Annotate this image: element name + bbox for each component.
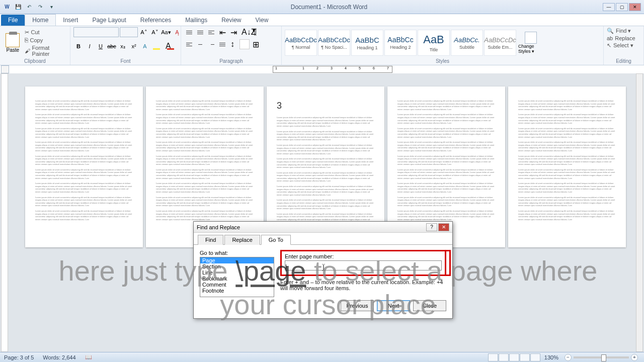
page-5[interactable]: Lorem ipsum dolor sit amet consectetur a… <box>508 86 626 247</box>
draft-view-btn[interactable] <box>530 353 540 361</box>
show-marks-btn[interactable]: ¶ <box>251 27 261 37</box>
shading-btn[interactable] <box>239 39 250 49</box>
find-btn[interactable]: 🔍Find ▾ <box>607 27 631 35</box>
align-left-btn[interactable] <box>184 39 194 49</box>
format-painter-button[interactable]: Format Painter <box>25 45 67 57</box>
borders-btn[interactable]: ⊞ <box>251 39 261 49</box>
brush-icon <box>25 48 30 54</box>
shrink-font-btn[interactable]: A˅ <box>150 27 160 37</box>
tab-page-layout[interactable]: Page Layout <box>85 15 133 26</box>
align-center-btn[interactable] <box>195 39 205 49</box>
style-heading1[interactable]: AaBbCHeading 1 <box>351 30 383 56</box>
bullets-btn[interactable] <box>184 27 194 37</box>
paste-icon <box>6 33 20 47</box>
style-title[interactable]: AaBTitle <box>418 30 450 56</box>
dialog-help-btn[interactable]: ? <box>426 223 437 231</box>
sort-btn[interactable]: A↓Z <box>239 27 250 37</box>
status-proofing-icon[interactable]: 📖 <box>85 354 92 360</box>
font-name-combo[interactable] <box>73 27 119 37</box>
outline-view-btn[interactable] <box>520 353 530 361</box>
tab-references[interactable]: References <box>133 15 178 26</box>
quick-access-toolbar: W 💾 ↶ ↷ ▾ <box>3 3 55 11</box>
change-styles-btn[interactable]: Change Styles ▾ <box>518 30 543 56</box>
select-btn[interactable]: ↖Select ▾ <box>607 42 633 49</box>
copy-icon <box>25 37 28 44</box>
tab-review[interactable]: Review <box>214 15 248 26</box>
close-window-button[interactable]: ✕ <box>629 3 641 11</box>
line-spacing-btn[interactable]: ↕ <box>228 39 238 49</box>
text-effects-btn[interactable]: A <box>140 41 150 51</box>
dialog-tab-replace[interactable]: Replace <box>224 235 260 245</box>
web-layout-view-btn[interactable] <box>509 353 519 361</box>
justify-btn[interactable] <box>217 39 227 49</box>
copy-button[interactable]: Copy <box>25 37 67 44</box>
align-right-btn[interactable] <box>206 39 216 49</box>
horizontal-ruler[interactable]: 1 1 2 3 4 5 6 7 <box>273 66 392 73</box>
tab-mailings[interactable]: Mailings <box>178 15 214 26</box>
view-buttons <box>488 353 540 361</box>
font-color-btn[interactable]: A <box>165 41 178 51</box>
replace-label: Replace <box>615 35 635 41</box>
ruler-area: 1 1 2 3 4 5 6 7 <box>0 65 644 73</box>
maximize-button[interactable]: ▢ <box>616 3 628 11</box>
fullscreen-view-btn[interactable] <box>499 353 509 361</box>
increase-indent-btn[interactable]: ⇥ <box>228 27 238 37</box>
font-label: Font <box>73 58 178 64</box>
decrease-indent-btn[interactable]: ⇤ <box>217 27 227 37</box>
italic-btn[interactable]: I <box>85 41 95 51</box>
bold-btn[interactable]: B <box>73 41 84 51</box>
underline-btn[interactable]: U <box>96 41 106 51</box>
zoom-slider[interactable] <box>574 356 629 358</box>
clear-format-btn[interactable]: Aุ <box>172 27 182 37</box>
change-case-btn[interactable]: Aa▾ <box>161 27 171 37</box>
zoom-percent[interactable]: 130% <box>544 354 558 360</box>
clipboard-label: Clipboard <box>3 58 67 64</box>
replace-btn[interactable]: abReplace <box>607 35 635 42</box>
styles-group: AaBbCcDc¶ Normal AaBbCcDc¶ No Spaci... A… <box>282 26 604 65</box>
undo-icon[interactable]: ↶ <box>25 3 33 11</box>
zoom-in-btn[interactable]: + <box>631 354 638 361</box>
tab-selector[interactable] <box>1 65 9 73</box>
tab-home[interactable]: Home <box>25 14 56 26</box>
styles-gallery[interactable]: AaBbCcDc¶ Normal AaBbCcDc¶ No Spaci... A… <box>285 30 516 56</box>
style-normal[interactable]: AaBbCcDc¶ Normal <box>285 30 317 56</box>
numbering-btn[interactable] <box>195 27 205 37</box>
change-styles-label: Change Styles ▾ <box>518 44 543 54</box>
paragraph-group: ⇤ ⇥ A↓Z ¶ ↕ ⊞ Paragraph <box>181 26 282 65</box>
style-no-spacing[interactable]: AaBbCcDc¶ No Spaci... <box>318 30 350 56</box>
style-heading2[interactable]: AaBbCcHeading 2 <box>384 30 417 56</box>
paste-label: Paste <box>6 47 19 53</box>
grow-font-btn[interactable]: A˄ <box>139 27 149 37</box>
superscript-btn[interactable]: x² <box>129 41 139 51</box>
minimize-button[interactable]: — <box>603 3 615 11</box>
tab-file[interactable]: File <box>1 15 25 26</box>
status-words[interactable]: Words: 2,644 <box>43 354 75 360</box>
tab-insert[interactable]: Insert <box>56 15 85 26</box>
style-subtitle[interactable]: AaBbCc.Subtitle <box>451 30 483 56</box>
font-size-combo[interactable] <box>120 27 138 37</box>
zoom-out-btn[interactable]: − <box>565 354 572 361</box>
annotation-keyword: \page <box>235 255 306 287</box>
multilevel-btn[interactable] <box>206 27 216 37</box>
status-page[interactable]: Page: 3 of 5 <box>4 354 34 360</box>
qat-more-icon[interactable]: ▾ <box>47 3 55 11</box>
vertical-scrollbar[interactable] <box>636 73 643 352</box>
dialog-tab-goto[interactable]: Go To <box>261 235 291 245</box>
page-1[interactable]: Lorem ipsum dolor sit amet consectetur a… <box>25 86 143 247</box>
subscript-btn[interactable]: x₂ <box>118 41 128 51</box>
vertical-ruler[interactable] <box>1 73 8 352</box>
save-icon[interactable]: 💾 <box>14 3 22 11</box>
tab-view[interactable]: View <box>249 15 276 26</box>
print-layout-view-btn[interactable] <box>488 353 498 361</box>
dialog-title-bar[interactable]: Find and Replace ? ✕ <box>194 222 452 233</box>
dialog-tab-find[interactable]: Find <box>198 235 223 245</box>
highlight-btn[interactable] <box>151 41 164 51</box>
cut-label: Cut <box>31 29 40 35</box>
redo-icon[interactable]: ↷ <box>36 3 44 11</box>
style-subtle-em[interactable]: AaBbCcDcSubtle Em... <box>484 30 516 56</box>
strike-btn[interactable]: abc <box>107 41 117 51</box>
status-bar: Page: 3 of 5 Words: 2,644 📖 130% − + <box>0 352 644 362</box>
cut-button[interactable]: Cut <box>25 29 67 36</box>
dialog-close-btn[interactable]: ✕ <box>438 223 449 231</box>
paste-button[interactable]: Paste <box>3 29 23 57</box>
